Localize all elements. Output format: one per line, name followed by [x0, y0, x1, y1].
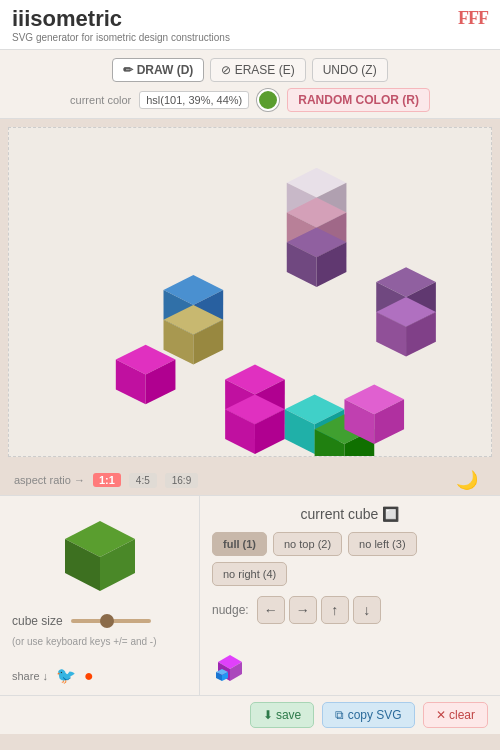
- cube-size-row: cube size: [12, 614, 187, 628]
- nudge-up-button[interactable]: ↑: [321, 596, 349, 624]
- isometric-canvas[interactable]: [9, 128, 491, 456]
- current-cube-title: current cube 🔲: [212, 506, 488, 522]
- nudge-row: nudge: ← → ↑ ↓: [212, 596, 488, 624]
- color-label: current color: [70, 94, 131, 106]
- nudge-label: nudge:: [212, 603, 249, 617]
- header-icon: FFF: [458, 8, 488, 29]
- keyboard-hint: (or use keyboard keys +/= and -): [12, 636, 187, 647]
- share-button[interactable]: share ↓: [12, 670, 48, 682]
- canvas-area[interactable]: [8, 127, 492, 457]
- cube-size-label: cube size: [12, 614, 63, 628]
- color-value: hsl(101, 39%, 44%): [139, 91, 249, 109]
- toolbar: ✏ DRAW (D) ⊘ ERASE (E) UNDO (Z) current …: [0, 50, 500, 119]
- aspect-bar: aspect ratio → 1:1 4:5 16:9 🌙: [0, 465, 500, 495]
- cube-type-no-top[interactable]: no top (2): [273, 532, 342, 556]
- tool-buttons-row: ✏ DRAW (D) ⊘ ERASE (E) UNDO (Z): [112, 58, 387, 82]
- dark-mode-icon[interactable]: 🌙: [456, 469, 478, 491]
- aspect-label: aspect ratio →: [14, 474, 85, 486]
- nudge-buttons: ← → ↑ ↓: [257, 596, 381, 624]
- nudge-right-button[interactable]: →: [289, 596, 317, 624]
- cube-size-slider[interactable]: [71, 619, 151, 623]
- random-color-button[interactable]: RANDOM COLOR (R): [287, 88, 430, 112]
- color-row: current color hsl(101, 39%, 44%) RANDOM …: [70, 88, 430, 112]
- aspect-btn-169[interactable]: 16:9: [165, 473, 198, 488]
- cube-type-row: full (1) no top (2) no left (3) no right…: [212, 532, 488, 586]
- right-panel: current cube 🔲 full (1) no top (2) no le…: [200, 496, 500, 695]
- save-button[interactable]: ⬇ save: [250, 702, 315, 728]
- aspect-btn-45[interactable]: 4:5: [129, 473, 157, 488]
- clear-button[interactable]: ✕ clear: [423, 702, 488, 728]
- nudge-down-button[interactable]: ↓: [353, 596, 381, 624]
- logo-subtitle: SVG generator for isometric design const…: [12, 32, 230, 43]
- cube-type-no-left[interactable]: no left (3): [348, 532, 416, 556]
- bottom-panel: cube size (or use keyboard keys +/= and …: [0, 495, 500, 695]
- cube-preview: [12, 506, 187, 606]
- undo-button[interactable]: UNDO (Z): [312, 58, 388, 82]
- cube-icon: 🔲: [382, 506, 399, 522]
- twitter-icon[interactable]: 🐦: [56, 666, 76, 685]
- aspect-ratio-value[interactable]: 1:1: [93, 473, 121, 487]
- draw-button[interactable]: ✏ DRAW (D): [112, 58, 204, 82]
- reddit-icon[interactable]: ●: [84, 667, 94, 685]
- cube-preview-svg: [55, 516, 145, 596]
- color-swatch[interactable]: [257, 89, 279, 111]
- logo-section: iiisometric SVG generator for isometric …: [12, 8, 230, 43]
- nudge-left-button[interactable]: ←: [257, 596, 285, 624]
- left-panel: cube size (or use keyboard keys +/= and …: [0, 496, 200, 695]
- share-row: share ↓ 🐦 ●: [12, 660, 187, 685]
- erase-button[interactable]: ⊘ ERASE (E): [210, 58, 305, 82]
- action-bar: ⬇ save ⧉ copy SVG ✕ clear: [0, 695, 500, 734]
- cube-type-full[interactable]: full (1): [212, 532, 267, 556]
- copy-svg-button[interactable]: ⧉ copy SVG: [322, 702, 414, 728]
- logo-title: iiisometric: [12, 8, 230, 30]
- bottom-logo-area: [212, 653, 488, 685]
- bottom-logo-svg: [212, 653, 248, 685]
- header: iiisometric SVG generator for isometric …: [0, 0, 500, 50]
- cube-type-no-right[interactable]: no right (4): [212, 562, 287, 586]
